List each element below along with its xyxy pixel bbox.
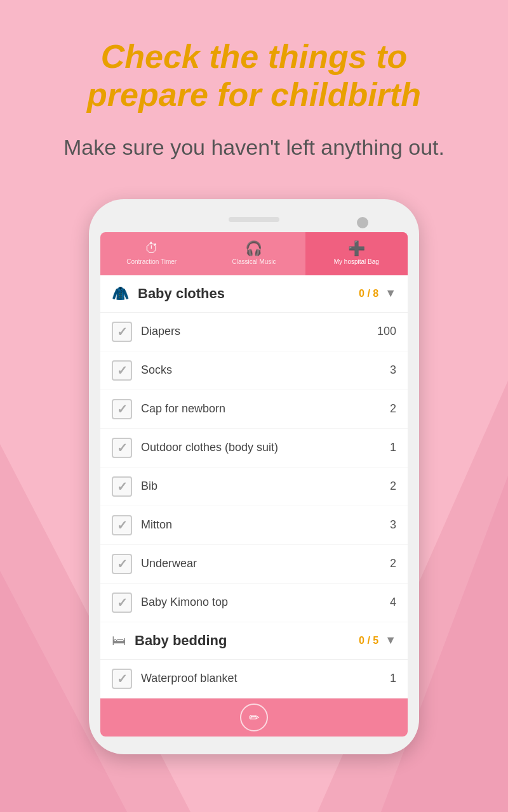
list-item[interactable]: ✓ Diapers 100	[100, 313, 408, 351]
category-baby-bedding-name: Baby bedding	[135, 632, 359, 649]
tab-music[interactable]: 🎧 Classical Music	[203, 232, 305, 275]
item-mitton-label: Mitton	[141, 518, 390, 532]
checkmark-underwear: ✓	[117, 558, 128, 570]
category-baby-clothes-name: Baby clothes	[138, 285, 359, 302]
item-blanket-qty: 1	[390, 672, 396, 685]
list-item[interactable]: ✓ Waterproof blanket 1	[100, 660, 408, 698]
tab-hospital-label: My hospital Bag	[334, 258, 379, 265]
item-diapers-label: Diapers	[141, 325, 377, 338]
tab-hospital[interactable]: ➕ My hospital Bag	[305, 232, 408, 275]
item-kimono-qty: 4	[390, 596, 396, 609]
list-item[interactable]: ✓ Mitton 3	[100, 506, 408, 545]
category-baby-bedding[interactable]: 🛏 Baby bedding 0 / 5 ▼	[100, 622, 408, 660]
checkmark-mitton: ✓	[117, 519, 128, 532]
item-kimono-label: Baby Kimono top	[141, 596, 390, 609]
item-socks-label: Socks	[141, 363, 390, 377]
item-blanket-label: Waterproof blanket	[141, 672, 390, 685]
checkbox-mitton[interactable]: ✓	[112, 515, 132, 535]
checkmark-outdoor: ✓	[117, 442, 128, 454]
phone-frame: ⏱ Contraction Timer 🎧 Classical Music ➕ …	[89, 199, 419, 754]
phone-speaker	[229, 217, 279, 222]
checkmark-socks: ✓	[117, 364, 128, 377]
item-diapers-qty: 100	[377, 325, 396, 338]
item-bib-label: Bib	[141, 480, 390, 493]
tab-bar: ⏱ Contraction Timer 🎧 Classical Music ➕ …	[100, 232, 408, 275]
category-baby-bedding-chevron: ▼	[385, 634, 396, 647]
list-item[interactable]: ✓ Cap for newborn 2	[100, 390, 408, 429]
item-underwear-label: Underwear	[141, 557, 390, 570]
list-item[interactable]: ✓ Underwear 2	[100, 545, 408, 584]
checkbox-bib[interactable]: ✓	[112, 476, 132, 497]
music-icon: 🎧	[245, 242, 262, 256]
item-mitton-qty: 3	[390, 518, 396, 532]
edit-icon: ✏	[249, 710, 260, 725]
tab-contraction[interactable]: ⏱ Contraction Timer	[100, 232, 203, 275]
main-title: Check the things to prepare for childbir…	[38, 38, 470, 114]
item-bib-qty: 2	[390, 480, 396, 493]
item-underwear-qty: 2	[390, 557, 396, 570]
baby-bedding-icon: 🛏	[112, 632, 126, 649]
checkmark-kimono: ✓	[117, 596, 128, 609]
category-baby-bedding-count: 0 / 5	[359, 635, 378, 646]
phone-camera	[357, 217, 368, 228]
item-cap-qty: 2	[390, 402, 396, 416]
tab-contraction-label: Contraction Timer	[126, 258, 177, 265]
checkbox-diapers[interactable]: ✓	[112, 322, 132, 342]
checkbox-cap[interactable]: ✓	[112, 399, 132, 419]
contraction-timer-icon: ⏱	[145, 242, 159, 256]
list-item[interactable]: ✓ Bib 2	[100, 468, 408, 506]
checkbox-socks[interactable]: ✓	[112, 360, 132, 381]
bottom-bar: ✏	[100, 698, 408, 737]
list-container: 🧥 Baby clothes 0 / 8 ▼ ✓ Diapers 100 ✓	[100, 275, 408, 698]
checkmark-bib: ✓	[117, 480, 128, 493]
list-item[interactable]: ✓ Outdoor clothes (body suit) 1	[100, 429, 408, 468]
hospital-bag-icon: ➕	[348, 242, 365, 256]
item-socks-qty: 3	[390, 363, 396, 377]
item-cap-label: Cap for newborn	[141, 402, 390, 416]
list-item[interactable]: ✓ Baby Kimono top 4	[100, 584, 408, 622]
baby-clothes-icon: 🧥	[112, 285, 129, 302]
category-baby-clothes-count: 0 / 8	[359, 288, 378, 299]
checkmark-diapers: ✓	[117, 325, 128, 338]
item-outdoor-label: Outdoor clothes (body suit)	[141, 441, 390, 454]
item-outdoor-qty: 1	[390, 441, 396, 454]
checkbox-blanket[interactable]: ✓	[112, 669, 132, 689]
checkbox-kimono[interactable]: ✓	[112, 593, 132, 613]
tab-music-label: Classical Music	[232, 258, 276, 265]
category-baby-clothes-chevron: ▼	[385, 287, 396, 300]
sub-title: Make sure you haven't left anything out.	[38, 133, 470, 161]
category-baby-clothes[interactable]: 🧥 Baby clothes 0 / 8 ▼	[100, 275, 408, 313]
list-item[interactable]: ✓ Socks 3	[100, 351, 408, 390]
edit-button[interactable]: ✏	[240, 704, 268, 731]
checkbox-underwear[interactable]: ✓	[112, 554, 132, 574]
checkbox-outdoor[interactable]: ✓	[112, 438, 132, 458]
checkmark-blanket: ✓	[117, 672, 128, 685]
checkmark-cap: ✓	[117, 403, 128, 416]
phone-screen: ⏱ Contraction Timer 🎧 Classical Music ➕ …	[100, 232, 408, 737]
